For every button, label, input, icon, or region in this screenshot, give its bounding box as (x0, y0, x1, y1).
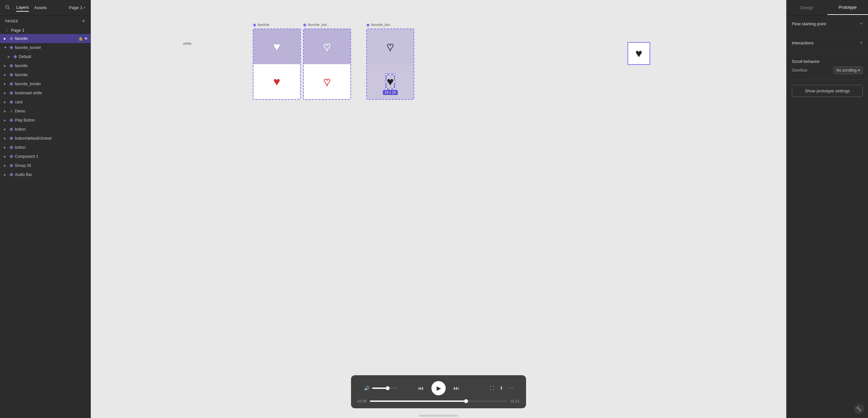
layer-item-demo[interactable]: ▶ # Demo (0, 107, 90, 116)
layer-item-button-2[interactable]: ▶ button (0, 143, 90, 152)
main-canvas[interactable]: white ◆ favorite ♥ ♥ ◆ favorite_bor... (91, 0, 786, 418)
white-label: white (183, 41, 191, 45)
layer-item-bookmark-white[interactable]: ▶ bookmark white (0, 89, 90, 98)
page-selector[interactable]: Page 1 ▾ (69, 5, 85, 10)
rewind-button[interactable]: ⏮ (418, 385, 424, 392)
page-item-1[interactable]: ✓ Page 1 (0, 27, 90, 34)
time-total: 01:21 (510, 399, 520, 403)
search-icon[interactable] (5, 5, 10, 10)
chevron-right-icon: ▶ (4, 82, 8, 86)
layer-item-audio-bar[interactable]: ▶ Audio Bar (0, 170, 90, 179)
component-icon (9, 36, 13, 41)
svg-rect-2 (857, 407, 859, 409)
play-icon: ▶ (437, 385, 441, 392)
share-icon[interactable]: ⬆ (499, 386, 503, 391)
progress-bar[interactable] (370, 400, 507, 402)
interactions-section: Interactions + (787, 35, 868, 54)
add-page-button[interactable]: + (82, 18, 85, 24)
frame-1-label: ◆ favorite (253, 22, 269, 27)
layer-item-card[interactable]: ▶ card (0, 98, 90, 107)
layer-item-favorite-2[interactable]: ▶ favorite (0, 61, 90, 70)
lock-icon: 🔒 (79, 37, 83, 41)
bottom-right-tools (787, 400, 868, 418)
chevron-right-icon: ▶ (4, 137, 8, 140)
tab-layers[interactable]: Layers (16, 4, 29, 12)
more-icon[interactable]: ⋯ (508, 386, 513, 391)
overflow-label: Overflow (792, 68, 807, 72)
heart-white-filled: ♥ (273, 40, 280, 54)
chevron-right-icon: ▶ (4, 37, 8, 40)
interactions-header: Interactions + (792, 40, 863, 46)
pages-title: Pages (5, 19, 18, 23)
frame-1[interactable]: ♥ ♥ (253, 29, 301, 100)
chevron-down-icon: ▾ (858, 68, 860, 72)
layer-item-favorite-1[interactable]: ▶ favorite 🔒 👁 (0, 34, 90, 43)
chevron-right-icon: ▶ (8, 55, 12, 58)
heart-red-outline: ♥ (323, 75, 330, 89)
component-icon (9, 100, 13, 104)
frame-3[interactable]: ♥ ♥ (366, 29, 414, 100)
frame-3-container: ◆ favorite_bor... ♥ ♥ (366, 29, 414, 100)
handle-bl (385, 88, 387, 90)
layer-item-group-26[interactable]: ▶ Group 26 (0, 161, 90, 170)
fullscreen-icon[interactable]: ⛶ (490, 386, 494, 391)
tab-design[interactable]: Design (787, 1, 828, 14)
interactions-title: Interactions (792, 40, 813, 45)
svg-rect-3 (859, 409, 861, 411)
layer-name: button (15, 145, 88, 150)
component-icon (9, 64, 13, 68)
frame-2[interactable]: ♥ ♥ (303, 29, 351, 100)
layer-item-button-1[interactable]: ▶ button (0, 125, 90, 134)
overflow-select[interactable]: No scrolling ▾ (833, 66, 863, 74)
layer-name: favorite (15, 36, 77, 41)
handle-bm (389, 88, 392, 90)
frame-icon: ◆ (366, 22, 370, 27)
tab-assets[interactable]: Assets (34, 4, 47, 11)
handle-br (393, 88, 396, 90)
layer-item-button-clicked[interactable]: ▶ button/default/clicked (0, 134, 90, 143)
selected-badge: 24 × 24 (383, 90, 398, 95)
add-interaction-button[interactable]: + (860, 40, 863, 46)
scroll-behavior-row: Overflow No scrolling ▾ (792, 66, 863, 74)
selected-heart-container: ♥ 24 × 24 (387, 75, 394, 89)
layer-name: Audio Bar (15, 172, 88, 177)
canvas-scrollbar[interactable] (419, 415, 458, 417)
layer-item-favorite-border[interactable]: ▼ favorite_border (0, 43, 90, 52)
media-controls-row: 🔊 ⏮ ▶ ⏭ ⛶ ⬆ (358, 380, 520, 396)
isolated-heart[interactable]: ♥ (627, 42, 650, 65)
group-icon (9, 163, 13, 168)
component-icon (9, 91, 13, 95)
component-icon (9, 45, 13, 50)
volume-slider[interactable] (372, 388, 398, 389)
resize-tool[interactable] (854, 404, 864, 414)
tab-prototype[interactable]: Prototype (828, 0, 868, 15)
chevron-right-icon: ▶ (4, 155, 8, 158)
layer-name: Group 26 (15, 163, 88, 168)
play-button[interactable]: ▶ (431, 381, 446, 395)
right-panel: Design Prototype Flow starting point + I… (786, 0, 868, 418)
layer-item-default[interactable]: ▶ Default (0, 52, 90, 61)
frame-2-label: ◆ favorite_bor... (303, 22, 330, 27)
show-prototype-settings-button[interactable]: Show prototype settings (792, 85, 863, 97)
layer-item-favorite-border-2[interactable]: ▶ favorite_border (0, 79, 90, 89)
layer-item-play-button[interactable]: ▶ Play Button (0, 116, 90, 125)
progress-thumb (464, 399, 468, 403)
scroll-behavior-section: Scroll behavior Overflow No scrolling ▾ (787, 54, 868, 80)
frame-icon: ◆ (303, 22, 307, 27)
chevron-right-icon: ▶ (4, 119, 8, 122)
canvas-area: white ◆ favorite ♥ ♥ ◆ favorite_bor... (91, 0, 786, 418)
chevron-right-icon: ▶ (4, 64, 8, 67)
volume-thumb (386, 386, 390, 390)
add-flow-button[interactable]: + (860, 21, 863, 27)
layer-item-component-1[interactable]: ▶ Component 1 (0, 152, 90, 161)
frame-1-container: ◆ favorite ♥ ♥ (253, 29, 301, 100)
volume-icon[interactable]: 🔊 (364, 386, 370, 391)
chevron-right-icon: ▶ (4, 173, 8, 176)
component-icon (9, 72, 13, 77)
media-center-controls: ⏮ ▶ ⏭ (418, 381, 459, 395)
forward-button[interactable]: ⏭ (454, 385, 459, 392)
page-name: Page 1 (11, 28, 24, 33)
right-header: Design Prototype (787, 0, 868, 15)
layer-item-favorite-3[interactable]: ▶ favorite (0, 70, 90, 79)
heart-black-filled-selected: ♥ (387, 75, 394, 88)
